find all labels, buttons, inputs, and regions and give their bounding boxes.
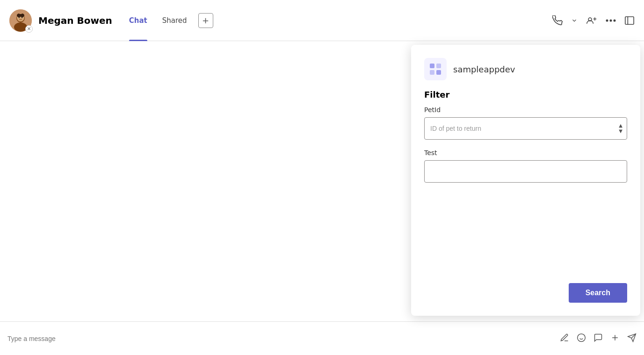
send-icon[interactable] xyxy=(627,333,637,344)
svg-point-13 xyxy=(610,19,612,21)
svg-rect-15 xyxy=(625,16,634,24)
main: sampleappdev Filter PetId ID of pet to r… xyxy=(0,41,644,355)
svg-rect-25 xyxy=(436,64,441,68)
svg-rect-24 xyxy=(430,64,434,68)
filter-title: Filter xyxy=(424,90,627,99)
svg-point-12 xyxy=(606,19,608,21)
svg-point-7 xyxy=(17,14,20,17)
pet-id-label: PetId xyxy=(424,106,627,114)
search-button[interactable]: Search xyxy=(569,283,627,303)
format-icon[interactable] xyxy=(560,333,569,344)
svg-point-14 xyxy=(614,19,616,21)
add-people-icon[interactable] xyxy=(586,15,597,26)
avatar-close-button[interactable]: ✕ xyxy=(25,25,33,33)
header: ✕ Megan Bowen Chat Shared + xyxy=(0,0,644,41)
tab-chat[interactable]: Chat xyxy=(123,0,153,41)
svg-point-8 xyxy=(21,14,24,17)
svg-rect-26 xyxy=(430,70,434,75)
pop-out-icon[interactable] xyxy=(624,15,635,26)
app-icon xyxy=(424,58,447,80)
test-label: Test xyxy=(424,149,627,156)
more-options-icon[interactable] xyxy=(606,19,616,22)
pet-id-select-wrapper: ID of pet to return ▲ ▼ xyxy=(424,117,627,140)
tab-nav: Chat Shared + xyxy=(123,0,213,41)
svg-rect-27 xyxy=(436,70,441,75)
attach-icon[interactable] xyxy=(610,333,620,344)
header-actions xyxy=(552,15,635,26)
panel-overlay: sampleappdev Filter PetId ID of pet to r… xyxy=(405,41,644,355)
panel-footer: Search xyxy=(424,255,627,303)
emoji-icon[interactable] xyxy=(577,333,586,344)
chat-input[interactable] xyxy=(7,335,554,342)
add-tab-button[interactable]: + xyxy=(198,13,213,28)
svg-point-17 xyxy=(578,334,586,341)
chat-input-bar xyxy=(0,321,644,355)
call-icon[interactable] xyxy=(552,15,563,26)
call-chevron-icon[interactable] xyxy=(571,17,578,24)
chat-toolbar-icons xyxy=(560,333,637,344)
panel-header: sampleappdev xyxy=(424,58,627,80)
avatar-wrap: ✕ xyxy=(9,9,32,32)
pet-id-select[interactable]: ID of pet to return xyxy=(424,117,627,140)
user-name: Megan Bowen xyxy=(38,15,112,26)
tab-shared[interactable]: Shared xyxy=(157,0,193,41)
panel-card: sampleappdev Filter PetId ID of pet to r… xyxy=(411,45,640,316)
test-input[interactable] xyxy=(424,160,627,183)
app-name: sampleappdev xyxy=(453,64,515,74)
bubble-icon[interactable] xyxy=(593,333,603,344)
